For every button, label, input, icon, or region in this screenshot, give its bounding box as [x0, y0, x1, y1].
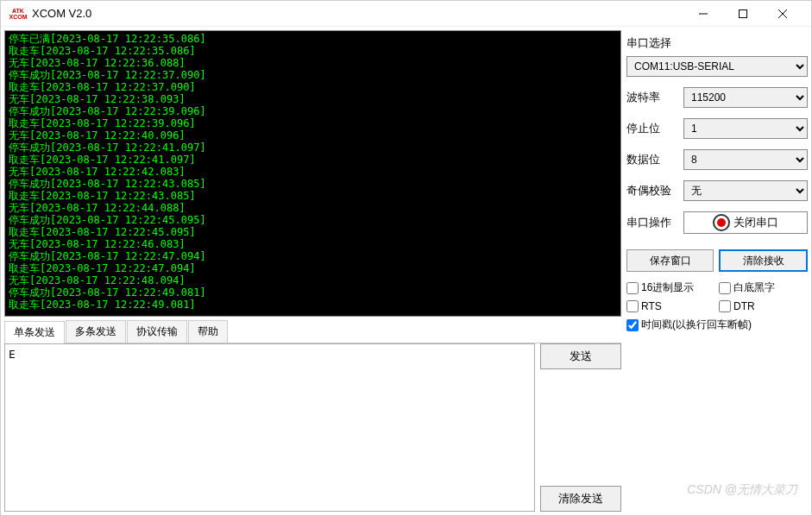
terminal-output[interactable]: 停车已满[2023-08-17 12:22:35.086]取走车[2023-08…	[4, 30, 621, 317]
parity-label: 奇偶校验	[626, 183, 678, 198]
port-section-title: 串口选择	[626, 35, 808, 51]
send-tabs: 单条发送 多条发送 协议传输 帮助	[4, 320, 621, 343]
clear-receive-button[interactable]: 清除接收	[719, 249, 808, 272]
port-op-label: 串口操作	[626, 215, 678, 230]
app-title: XCOM V2.0	[32, 7, 91, 20]
close-port-button[interactable]: 关闭串口	[683, 211, 808, 234]
data-label: 数据位	[626, 152, 678, 167]
maximize-button[interactable]	[723, 1, 763, 27]
titlebar: ATKXCOM XCOM V2.0	[1, 1, 811, 27]
svg-rect-1	[740, 9, 747, 17]
tab-multi-send[interactable]: 多条发送	[66, 320, 126, 343]
stop-label: 停止位	[626, 121, 678, 136]
white-bg-check[interactable]: 白底黑字	[719, 280, 808, 295]
send-button[interactable]: 发送	[540, 343, 621, 369]
baud-select[interactable]: 115200	[683, 87, 808, 108]
tab-protocol[interactable]: 协议传输	[127, 320, 187, 343]
minimize-button[interactable]	[683, 1, 723, 27]
close-port-label: 关闭串口	[733, 215, 778, 230]
stopbit-select[interactable]: 1	[683, 118, 808, 139]
timestamp-check[interactable]: 时间戳(以换行回车断帧)	[626, 318, 808, 332]
dtr-check[interactable]: DTR	[719, 300, 808, 312]
app-icon: ATKXCOM	[9, 5, 27, 22]
rts-check[interactable]: RTS	[626, 300, 715, 312]
close-button[interactable]	[763, 1, 803, 27]
parity-select[interactable]: 无	[683, 180, 808, 201]
clear-send-button[interactable]: 清除发送	[540, 486, 621, 512]
hex-display-check[interactable]: 16进制显示	[626, 280, 715, 295]
save-window-button[interactable]: 保存窗口	[626, 249, 714, 272]
record-icon	[713, 214, 730, 231]
send-input[interactable]	[4, 343, 535, 512]
databit-select[interactable]: 8	[683, 149, 808, 170]
baud-label: 波特率	[626, 90, 678, 105]
tab-single-send[interactable]: 单条发送	[4, 321, 65, 343]
tab-help[interactable]: 帮助	[188, 320, 228, 343]
port-select[interactable]: COM11:USB-SERIAL	[626, 56, 808, 77]
